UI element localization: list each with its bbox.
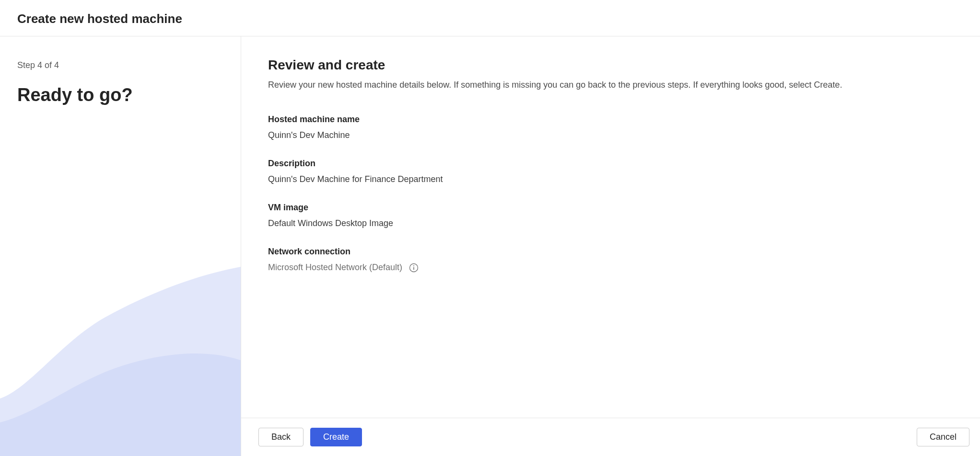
svg-point-1	[413, 265, 414, 266]
field-description: Description Quinn's Dev Machine for Fina…	[268, 159, 953, 184]
content-title: Review and create	[268, 57, 953, 73]
field-hosted-machine-name: Hosted machine name Quinn's Dev Machine	[268, 114, 953, 140]
cancel-button[interactable]: Cancel	[917, 428, 969, 446]
field-value: Quinn's Dev Machine	[268, 130, 953, 140]
decorative-wave	[0, 264, 241, 456]
field-vm-image: VM image Default Windows Desktop Image	[268, 203, 953, 228]
field-value: Default Windows Desktop Image	[268, 218, 953, 228]
wizard-sidebar: Step 4 of 4 Ready to go?	[0, 36, 241, 456]
field-label: Description	[268, 159, 953, 169]
create-button[interactable]: Create	[310, 428, 362, 446]
field-label: VM image	[268, 203, 953, 213]
field-network-connection: Network connection Microsoft Hosted Netw…	[268, 247, 953, 273]
step-title: Ready to go?	[17, 84, 223, 107]
back-button[interactable]: Back	[258, 428, 303, 446]
field-value: Quinn's Dev Machine for Finance Departme…	[268, 174, 953, 184]
info-icon[interactable]	[409, 263, 419, 273]
step-indicator: Step 4 of 4	[17, 60, 223, 70]
page-title: Create new hosted machine	[17, 11, 963, 26]
svg-rect-2	[413, 267, 414, 270]
wizard-footer: Back Create Cancel	[241, 418, 980, 456]
content-description: Review your new hosted machine details b…	[268, 79, 953, 91]
page-header: Create new hosted machine	[0, 0, 980, 36]
review-content: Review and create Review your new hosted…	[241, 36, 980, 418]
field-label: Network connection	[268, 247, 953, 257]
field-label: Hosted machine name	[268, 114, 953, 125]
field-value: Microsoft Hosted Network (Default)	[268, 262, 402, 273]
